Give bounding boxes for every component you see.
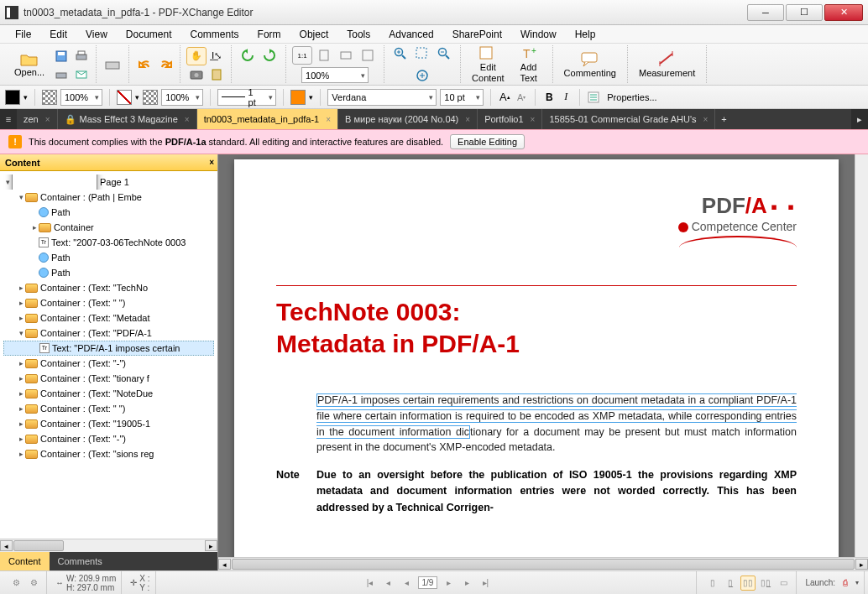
tree-node[interactable]: ▸Container : (Text: "Metadat (3, 310, 214, 326)
email-button[interactable] (71, 65, 92, 84)
tree-node[interactable]: Path (3, 250, 214, 265)
select-tool-button[interactable]: I͟⤡ (207, 47, 227, 65)
doc-tab[interactable]: Portfolio1× (478, 109, 542, 129)
next-page-button[interactable]: ▸ (459, 576, 474, 591)
stroke-opacity-swatch[interactable] (143, 90, 158, 105)
menu-document[interactable]: Document (118, 27, 180, 42)
doc-tab[interactable]: tn0003_metadata_in_pdfa-1× (197, 109, 338, 129)
launch-pdf-icon[interactable]: ⎙ (838, 576, 853, 591)
open-button[interactable]: Open... (8, 49, 50, 80)
menu-form[interactable]: Form (249, 27, 290, 42)
tab-close-button[interactable]: × (465, 115, 470, 124)
tab-close-button[interactable]: × (326, 115, 331, 124)
layout-book-button[interactable]: ▭ (776, 576, 791, 591)
doc-tab[interactable]: В мире науки (2004 No.04)× (338, 109, 478, 129)
tree-node[interactable]: ▸Container : (Text: " ") (3, 401, 214, 416)
print-all-button[interactable] (51, 65, 71, 84)
layout-facing-cont-button[interactable]: ▯▯̲ (758, 576, 773, 591)
panel-hscrollbar[interactable]: ◂ ▸ (0, 539, 217, 552)
tree-node[interactable]: ▸Container : (Text: "NoteDue (3, 386, 214, 401)
stroke-opacity-combo[interactable]: 100% (161, 89, 203, 106)
panel-tab-comments[interactable]: Comments (50, 552, 111, 570)
fit-page-button[interactable] (314, 46, 334, 65)
tree-node[interactable]: ▸Container : (Text: "-") (3, 356, 214, 371)
menu-tools[interactable]: Tools (338, 27, 379, 42)
zoom-in2-button[interactable] (412, 66, 432, 85)
scroll-left-button[interactable]: ◂ (0, 540, 13, 551)
tree-node[interactable]: Path (3, 205, 214, 220)
properties-button[interactable]: Properties... (604, 91, 660, 104)
hand-tool-button[interactable]: ✋ (186, 47, 207, 65)
tree-node[interactable]: ▸Container : (Text: "-") (3, 431, 214, 446)
first-page-button[interactable]: |◂ (363, 576, 378, 591)
scan-button[interactable] (102, 55, 123, 74)
maximize-button[interactable]: ☐ (786, 4, 823, 21)
doc-tab[interactable]: 15855-01 Commercial Grade AHU's× (542, 109, 715, 129)
edit-content-button[interactable]: T Edit Content (466, 43, 510, 85)
menu-view[interactable]: View (77, 27, 116, 42)
menu-edit[interactable]: Edit (41, 27, 76, 42)
measurement-button[interactable]: Measurement (633, 49, 701, 81)
scroll-thumb[interactable] (13, 540, 64, 551)
tree-node[interactable]: ▾Page 1 (3, 174, 214, 190)
commenting-button[interactable]: Commenting (558, 49, 622, 81)
menu-window[interactable]: Window (512, 27, 565, 42)
shrink-font-button[interactable]: A▾ (515, 91, 528, 104)
panel-tab-content[interactable]: Content (0, 552, 50, 570)
panel-close-button[interactable]: × (209, 158, 214, 167)
tree-node[interactable]: ▸Container : (Text: "TechNo (3, 280, 214, 295)
page-number-input[interactable]: 1/9 (418, 576, 438, 589)
menu-sharepoint[interactable]: SharePoint (444, 27, 510, 42)
tree-node[interactable]: ▸Container : (Text: "19005-1 (3, 416, 214, 431)
font-combo[interactable]: Verdana (327, 89, 437, 106)
menu-comments[interactable]: Comments (182, 27, 248, 42)
fill-opacity-swatch[interactable] (42, 90, 57, 105)
redo-button[interactable] (155, 56, 175, 75)
content-tree[interactable]: ▾Page 1▾Container : (Path | EmbePath▸Con… (0, 171, 217, 539)
rotate-cw-button[interactable] (259, 46, 280, 65)
snapshot-button[interactable] (186, 65, 207, 84)
tab-close-button[interactable]: × (185, 115, 190, 124)
tab-menu-button[interactable]: ≡ (0, 109, 17, 129)
bold-button[interactable]: B (542, 91, 556, 104)
viewport-hscrollbar[interactable]: ◂ ▸ (218, 557, 868, 570)
tree-node[interactable]: ▾Container : (Path | Embe (3, 190, 214, 205)
tree-node[interactable]: TrText: "PDF/A-1 imposes certain (3, 341, 214, 356)
last-page-button[interactable]: ▸| (478, 576, 493, 591)
minimize-button[interactable]: ─ (747, 4, 784, 21)
layout-facing-button[interactable]: ▯▯ (740, 576, 756, 591)
scroll-right-button[interactable]: ▸ (205, 540, 217, 551)
fit-visible-button[interactable] (358, 46, 378, 65)
options2-icon[interactable]: ⚙ (26, 576, 41, 591)
zoom-in-button[interactable] (390, 44, 410, 63)
tab-close-button[interactable]: × (45, 115, 50, 124)
font-size-combo[interactable]: 10 pt (440, 89, 484, 106)
options-icon[interactable]: ⚙ (8, 576, 24, 591)
add-text-button[interactable]: T+ Add Text (510, 43, 547, 85)
prev-page-button[interactable]: ◂ (381, 576, 396, 591)
zoom-out-button[interactable] (434, 44, 454, 63)
menu-object[interactable]: Object (291, 27, 337, 42)
fit-width-button[interactable] (336, 46, 356, 65)
fill-color-swatch[interactable] (5, 90, 20, 105)
tree-node[interactable]: TrText: "2007-03-06TechNote 0003 (3, 235, 214, 250)
close-button[interactable]: ✕ (824, 4, 863, 21)
menu-help[interactable]: Help (567, 27, 604, 42)
stroke-width-combo[interactable]: 1 pt (217, 89, 276, 106)
layout-single-button[interactable]: ▯ (705, 576, 720, 591)
next-view-button[interactable]: ▸ (441, 576, 456, 591)
tree-node[interactable]: ▾Container : (Text: "PDF/A-1 (3, 326, 214, 341)
print-button[interactable] (71, 47, 92, 65)
rotate-ccw-button[interactable] (238, 46, 258, 65)
tree-node[interactable]: ▸Container : (Text: "tionary f (3, 371, 214, 386)
undo-button[interactable] (135, 56, 155, 75)
loupe-button[interactable] (412, 44, 432, 63)
document-scroll[interactable]: PDF/A ▪ ▪ Competence Center TechNote 000… (218, 154, 855, 557)
tree-node[interactable]: ▸Container : (Text: "sions reg (3, 446, 214, 461)
tree-node[interactable]: ▸Container (3, 220, 214, 235)
tab-close-button[interactable]: × (531, 115, 536, 124)
grow-font-button[interactable]: A▴ (498, 91, 511, 104)
doc-tab[interactable]: 🔒Mass Effect 3 Magazine× (58, 109, 197, 129)
zoom-combo[interactable]: 100% (301, 67, 369, 83)
clipboard-button[interactable] (207, 65, 227, 84)
